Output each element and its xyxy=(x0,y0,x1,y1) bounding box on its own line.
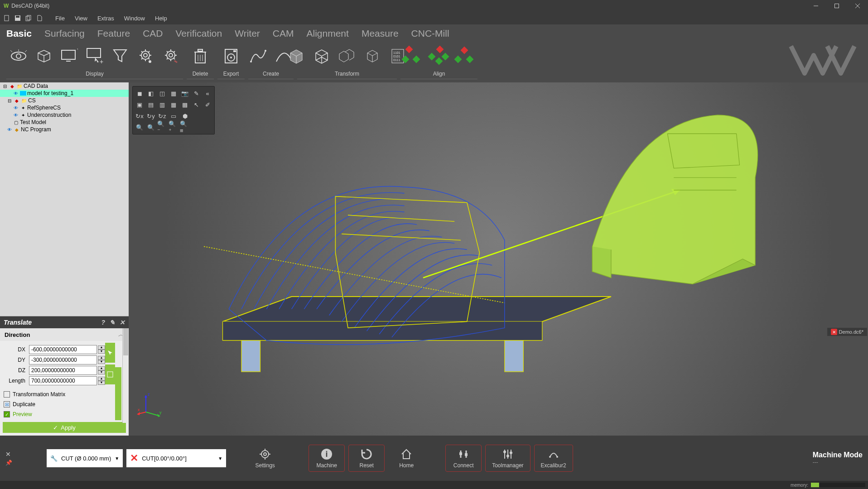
transformation-matrix-check[interactable]: Transformation Matrix xyxy=(0,389,129,399)
tree-root[interactable]: ⊟ ◆ 📁 CAD Data xyxy=(0,82,129,90)
trash-icon[interactable] xyxy=(189,45,211,67)
tab-cam[interactable]: CAM xyxy=(273,28,294,42)
close-icon[interactable]: ✕ xyxy=(120,319,125,326)
group-align-label: Align xyxy=(433,71,445,78)
pin-icon[interactable]: 📌 xyxy=(5,460,12,466)
excalibur-button[interactable]: Excalibur2 xyxy=(534,445,573,472)
axis-icon: ✦ xyxy=(20,112,26,118)
eye-icon[interactable]: 👁 xyxy=(6,126,13,133)
funnel-icon[interactable] xyxy=(109,45,131,67)
minimize-button[interactable] xyxy=(805,0,826,12)
new-icon[interactable] xyxy=(3,14,11,22)
settings-button[interactable]: Settings xyxy=(247,445,283,472)
monitor-icon[interactable]: * xyxy=(58,45,80,67)
tab-basic[interactable]: Basic xyxy=(6,28,32,42)
dz-spinner[interactable]: ▲▼ xyxy=(98,366,105,374)
cube-solid-icon[interactable] xyxy=(285,45,307,67)
tab-cnc-mill[interactable]: CNC-Mill xyxy=(411,28,449,42)
panel-scrollbar[interactable] xyxy=(122,328,129,423)
svg-rect-58 xyxy=(505,340,523,372)
tab-feature[interactable]: Feature xyxy=(97,28,130,42)
pick-target-button[interactable] xyxy=(105,364,115,384)
page-icon[interactable] xyxy=(35,14,43,22)
tree-item[interactable]: 👁 ✦ RefSphereCS xyxy=(0,104,129,111)
apply-button[interactable]: ✓ Apply xyxy=(3,422,126,433)
spline-icon[interactable] xyxy=(247,45,269,67)
check-label: Transformation Matrix xyxy=(13,391,65,398)
align2-icon[interactable] xyxy=(428,45,450,67)
menu-window[interactable]: Window xyxy=(120,13,149,24)
svg-point-82 xyxy=(506,455,509,457)
edit-icon[interactable]: ✎ xyxy=(110,319,115,326)
machine-label: Machine xyxy=(317,462,337,469)
home-button[interactable]: Home xyxy=(388,445,424,472)
help-icon[interactable]: ? xyxy=(101,319,105,326)
tab-surfacing[interactable]: Surfacing xyxy=(44,28,85,42)
document-tab[interactable]: ✕ Demo.dc6* xyxy=(827,328,867,336)
collapse-icon[interactable]: ⊟ xyxy=(6,97,13,104)
toolmanager-button[interactable]: Toolmanager xyxy=(485,445,530,472)
3d-viewport[interactable]: ◼ ◧ ◫ ▦ 📷 ✎ « ▣ ▤ ▥ ▦ ▩ ↖ ✐ ↻x ↻y ↻z ▭ ⬢… xyxy=(129,82,868,436)
gear-icon[interactable] xyxy=(135,45,156,67)
box-icon[interactable] xyxy=(33,45,55,67)
preview-check[interactable]: ✓ Preview xyxy=(0,409,129,419)
length-input[interactable] xyxy=(29,376,97,385)
menu-file[interactable]: File xyxy=(51,13,69,24)
tab-measure[interactable]: Measure xyxy=(362,28,399,42)
tab-alignment[interactable]: Alignment xyxy=(307,28,349,42)
tree-item[interactable]: ▢ Test Model xyxy=(0,119,129,126)
length-spinner[interactable]: ▲▼ xyxy=(98,377,105,385)
menu-extras[interactable]: Extras xyxy=(93,13,119,24)
tab-cad[interactable]: CAD xyxy=(143,28,163,42)
connect-button[interactable]: Connect xyxy=(445,445,482,472)
panel-title-bar[interactable]: Translate ? ✎ ✕ xyxy=(0,316,129,328)
duplicate-check[interactable]: ☒ Duplicate xyxy=(0,399,129,409)
tree-item[interactable]: 👁 ✦ Underconstruction xyxy=(0,111,129,119)
save-icon[interactable] xyxy=(14,14,22,22)
disk-icon[interactable] xyxy=(220,45,242,67)
dx-spinner[interactable]: ▲▼ xyxy=(98,345,105,354)
tab-verification[interactable]: Verification xyxy=(175,28,222,42)
align3-icon[interactable] xyxy=(453,45,475,67)
tree-item[interactable]: 👁 ◆ NC Program xyxy=(0,126,129,133)
dx-input[interactable] xyxy=(29,345,97,354)
svg-point-84 xyxy=(549,456,551,458)
pick-direction-button[interactable] xyxy=(105,343,115,363)
model-tree[interactable]: ⊟ ◆ 📁 CAD Data 👁 model for testing_1 ⊟ ◆… xyxy=(0,82,129,196)
monitor-cursor-icon[interactable]: + xyxy=(84,45,106,67)
dz-input[interactable] xyxy=(29,366,97,375)
checkbox-icon[interactable]: ✓ xyxy=(4,411,10,417)
machine-mode-label: Machine Mode xyxy=(813,451,863,459)
collapse-icon[interactable]: ⊟ xyxy=(2,83,8,89)
dy-input[interactable] xyxy=(29,355,97,364)
cube-wire-icon[interactable] xyxy=(311,45,333,67)
svg-point-67 xyxy=(264,453,266,455)
machine-button[interactable]: i Machine xyxy=(309,445,345,472)
tool-select-2[interactable]: ✕ CUT[0.00°/0.00°] ▼ xyxy=(126,449,226,467)
align1-icon[interactable] xyxy=(403,45,424,67)
settings-label: Settings xyxy=(256,462,275,469)
close-panel-icon[interactable]: ✕ xyxy=(5,451,12,458)
dy-spinner[interactable]: ▲▼ xyxy=(98,356,105,364)
close-doc-icon[interactable]: ✕ xyxy=(831,329,837,335)
tool-select-1[interactable]: 🔧 CUT (Ø 0.000 mm) ▼ xyxy=(47,449,123,467)
checkbox-icon[interactable] xyxy=(4,391,10,398)
tree-item[interactable]: ⊟ ◆ 📁 CS xyxy=(0,97,129,104)
tree-item[interactable]: 👁 model for testing_1 xyxy=(0,90,129,97)
checkbox-icon[interactable]: ☒ xyxy=(4,401,10,408)
view-eye-icon[interactable] xyxy=(8,45,29,67)
maximize-button[interactable] xyxy=(826,0,847,12)
eye-icon[interactable]: 👁 xyxy=(13,90,19,96)
cube-small-icon[interactable] xyxy=(362,45,383,67)
eye-icon[interactable]: 👁 xyxy=(13,105,19,111)
gear2-icon[interactable] xyxy=(160,45,182,67)
close-button[interactable] xyxy=(847,0,868,12)
reset-button[interactable]: Reset xyxy=(348,445,385,472)
copy-icon[interactable] xyxy=(24,14,33,22)
tab-writer[interactable]: Writer xyxy=(235,28,260,42)
section-direction[interactable]: Direction ︿ xyxy=(0,328,129,341)
eye-icon[interactable]: 👁 xyxy=(13,112,19,118)
menu-help[interactable]: Help xyxy=(150,13,172,24)
cube-double-icon[interactable] xyxy=(336,45,358,67)
menu-view[interactable]: View xyxy=(70,13,92,24)
